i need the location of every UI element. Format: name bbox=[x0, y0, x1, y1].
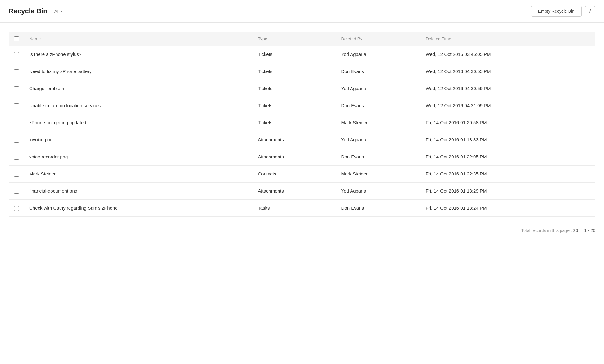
row-checkbox[interactable] bbox=[14, 155, 19, 160]
row-deleted-time: Wed, 12 Oct 2016 03:45:05 PM bbox=[421, 46, 595, 63]
select-all-checkbox[interactable] bbox=[14, 36, 19, 41]
checkbox-header-cell bbox=[9, 32, 24, 46]
row-deleted-time: Wed, 12 Oct 2016 04:30:55 PM bbox=[421, 63, 595, 80]
table-row: Is there a zPhone stylus?TicketsYod Agba… bbox=[9, 46, 595, 63]
row-deleted-by: Yod Agbaria bbox=[336, 183, 421, 200]
empty-recycle-bin-button[interactable]: Empty Recycle Bin bbox=[531, 6, 582, 17]
row-checkbox[interactable] bbox=[14, 86, 19, 91]
header-left: Recycle Bin All ▾ bbox=[9, 7, 65, 15]
row-deleted-time: Fri, 14 Oct 2016 01:22:35 PM bbox=[421, 166, 595, 183]
page-title: Recycle Bin bbox=[9, 7, 48, 15]
recycle-bin-table: Name Type Deleted By Deleted Time Is the… bbox=[9, 32, 595, 217]
row-name: Is there a zPhone stylus? bbox=[24, 46, 253, 63]
header-right: Empty Recycle Bin i bbox=[531, 6, 595, 17]
row-checkbox[interactable] bbox=[14, 52, 19, 57]
row-checkbox[interactable] bbox=[14, 121, 19, 125]
row-name: voice-recorder.png bbox=[24, 148, 253, 166]
row-checkbox[interactable] bbox=[14, 138, 19, 143]
table-body: Is there a zPhone stylus?TicketsYod Agba… bbox=[9, 46, 595, 217]
row-deleted-time: Fri, 14 Oct 2016 01:18:33 PM bbox=[421, 131, 595, 148]
row-type: Tickets bbox=[253, 46, 336, 63]
table-container: Name Type Deleted By Deleted Time Is the… bbox=[9, 32, 595, 217]
row-type: Attachments bbox=[253, 131, 336, 148]
info-button[interactable]: i bbox=[585, 6, 595, 16]
row-checkbox-cell bbox=[9, 63, 24, 80]
row-deleted-time: Fri, 14 Oct 2016 01:18:24 PM bbox=[421, 200, 595, 217]
table-row: Mark SteinerContactsMark SteinerFri, 14 … bbox=[9, 166, 595, 183]
row-deleted-time: Fri, 14 Oct 2016 01:22:05 PM bbox=[421, 148, 595, 166]
deleted-by-column-header: Deleted By bbox=[336, 32, 421, 46]
table-row: Unable to turn on location servicesTicke… bbox=[9, 97, 595, 114]
row-deleted-time: Fri, 14 Oct 2016 01:18:29 PM bbox=[421, 183, 595, 200]
filter-dropdown[interactable]: All ▾ bbox=[52, 7, 65, 15]
table-header: Name Type Deleted By Deleted Time bbox=[9, 32, 595, 46]
type-column-header: Type bbox=[253, 32, 336, 46]
row-checkbox-cell bbox=[9, 80, 24, 97]
table-row: invoice.pngAttachmentsYod AgbariaFri, 14… bbox=[9, 131, 595, 148]
row-checkbox-cell bbox=[9, 200, 24, 217]
row-type: Contacts bbox=[253, 166, 336, 183]
deleted-time-column-header: Deleted Time bbox=[421, 32, 595, 46]
row-checkbox-cell bbox=[9, 166, 24, 183]
row-name: Check with Cathy regarding Sam's zPhone bbox=[24, 200, 253, 217]
row-deleted-time: Wed, 12 Oct 2016 04:30:59 PM bbox=[421, 80, 595, 97]
row-checkbox-cell bbox=[9, 148, 24, 166]
total-records-label: Total records in this page : 26 bbox=[521, 228, 578, 233]
row-type: Attachments bbox=[253, 148, 336, 166]
row-deleted-by: Mark Steiner bbox=[336, 166, 421, 183]
row-type: Tasks bbox=[253, 200, 336, 217]
row-deleted-time: Wed, 12 Oct 2016 04:31:09 PM bbox=[421, 97, 595, 114]
row-deleted-by: Yod Agbaria bbox=[336, 46, 421, 63]
row-deleted-time: Fri, 14 Oct 2016 01:20:58 PM bbox=[421, 114, 595, 131]
row-checkbox-cell bbox=[9, 131, 24, 148]
row-deleted-by: Yod Agbaria bbox=[336, 80, 421, 97]
row-deleted-by: Mark Steiner bbox=[336, 114, 421, 131]
row-type: Tickets bbox=[253, 114, 336, 131]
main-content: Name Type Deleted By Deleted Time Is the… bbox=[0, 23, 604, 223]
table-row: Charger problemTicketsYod AgbariaWed, 12… bbox=[9, 80, 595, 97]
page-header: Recycle Bin All ▾ Empty Recycle Bin i bbox=[0, 0, 604, 23]
table-footer: Total records in this page : 26 1 - 26 bbox=[0, 223, 604, 238]
row-checkbox-cell bbox=[9, 46, 24, 63]
total-count: 26 bbox=[573, 228, 578, 233]
row-checkbox[interactable] bbox=[14, 69, 19, 74]
row-name: financial-document.png bbox=[24, 183, 253, 200]
pagination-info: 1 - 26 bbox=[584, 228, 595, 233]
row-type: Tickets bbox=[253, 80, 336, 97]
row-name: Unable to turn on location services bbox=[24, 97, 253, 114]
row-checkbox[interactable] bbox=[14, 172, 19, 177]
row-checkbox[interactable] bbox=[14, 206, 19, 211]
chevron-down-icon: ▾ bbox=[61, 9, 62, 13]
row-checkbox-cell bbox=[9, 114, 24, 131]
row-checkbox-cell bbox=[9, 183, 24, 200]
row-name: zPhone not getting updated bbox=[24, 114, 253, 131]
table-row: Check with Cathy regarding Sam's zPhoneT… bbox=[9, 200, 595, 217]
table-row: voice-recorder.pngAttachmentsDon EvansFr… bbox=[9, 148, 595, 166]
row-deleted-by: Don Evans bbox=[336, 63, 421, 80]
filter-label: All bbox=[54, 9, 60, 14]
row-type: Attachments bbox=[253, 183, 336, 200]
row-checkbox[interactable] bbox=[14, 103, 19, 108]
row-name: Need to fix my zPhone battery bbox=[24, 63, 253, 80]
row-checkbox[interactable] bbox=[14, 189, 19, 194]
row-deleted-by: Don Evans bbox=[336, 200, 421, 217]
row-name: Mark Steiner bbox=[24, 166, 253, 183]
row-deleted-by: Don Evans bbox=[336, 97, 421, 114]
name-column-header: Name bbox=[24, 32, 253, 46]
row-checkbox-cell bbox=[9, 97, 24, 114]
row-name: Charger problem bbox=[24, 80, 253, 97]
row-deleted-by: Don Evans bbox=[336, 148, 421, 166]
table-row: Need to fix my zPhone batteryTicketsDon … bbox=[9, 63, 595, 80]
table-row: financial-document.pngAttachmentsYod Agb… bbox=[9, 183, 595, 200]
header-row: Name Type Deleted By Deleted Time bbox=[9, 32, 595, 46]
row-type: Tickets bbox=[253, 97, 336, 114]
row-name: invoice.png bbox=[24, 131, 253, 148]
table-row: zPhone not getting updatedTicketsMark St… bbox=[9, 114, 595, 131]
row-deleted-by: Yod Agbaria bbox=[336, 131, 421, 148]
row-type: Tickets bbox=[253, 63, 336, 80]
